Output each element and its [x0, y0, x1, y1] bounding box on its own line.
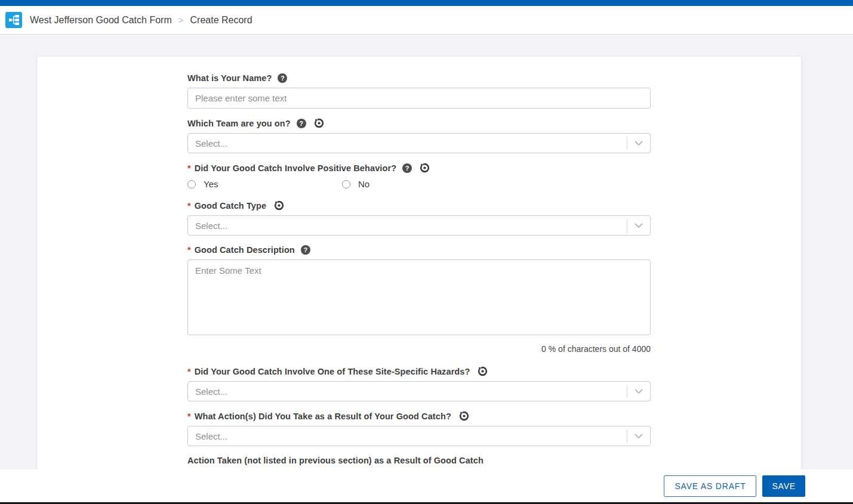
- chevron-down-icon: [627, 141, 650, 146]
- select-placeholder: Select...: [195, 386, 627, 397]
- field-hazards: * Did Your Good Catch Involve One of The…: [187, 366, 651, 401]
- description-textarea[interactable]: [187, 259, 651, 335]
- field-team-label-row: Which Team are you on? ?: [187, 118, 651, 128]
- reset-icon[interactable]: [478, 366, 488, 376]
- header: West Jefferson Good Catch Form > Create …: [0, 6, 853, 35]
- field-label: What Action(s) Did You Take as a Result …: [195, 412, 451, 421]
- field-label: Did Your Good Catch Involve One of These…: [195, 367, 470, 376]
- field-label: Did Your Good Catch Involve Positive Beh…: [195, 163, 396, 173]
- field-label: What is Your Name?: [187, 73, 272, 83]
- required-asterisk: *: [187, 201, 191, 211]
- breadcrumb: West Jefferson Good Catch Form > Create …: [30, 15, 252, 26]
- chevron-down-icon: [627, 434, 650, 439]
- required-asterisk: *: [187, 367, 191, 376]
- field-positive-behavior: * Did Your Good Catch Involve Positive B…: [187, 163, 651, 189]
- good-catch-type-select[interactable]: Select...: [187, 215, 651, 236]
- help-icon[interactable]: ?: [402, 163, 412, 173]
- field-positive-behavior-label-row: * Did Your Good Catch Involve Positive B…: [187, 163, 651, 173]
- form-card: What is Your Name? ? Which Team are you …: [37, 57, 801, 504]
- radio-yes[interactable]: [187, 180, 196, 188]
- breadcrumb-app[interactable]: West Jefferson Good Catch Form: [30, 15, 172, 26]
- footer-action-bar: SAVE AS DRAFT SAVE: [0, 469, 853, 502]
- hazards-select[interactable]: Select...: [187, 381, 651, 401]
- field-label: Good Catch Type: [195, 201, 266, 211]
- top-accent-bar: [0, 0, 853, 6]
- required-asterisk: *: [187, 245, 191, 255]
- character-counter: 0 % of characters out of 4000: [187, 344, 651, 354]
- field-label: Which Team are you on?: [187, 119, 291, 128]
- help-icon[interactable]: ?: [301, 245, 310, 255]
- form-column: What is Your Name? ? Which Team are you …: [187, 73, 651, 500]
- chevron-down-icon: [627, 223, 650, 228]
- field-description-label-row: * Good Catch Description ?: [187, 245, 651, 255]
- field-good-catch-type: * Good Catch Type Select...: [187, 200, 651, 236]
- required-asterisk: *: [187, 163, 191, 173]
- chevron-down-icon: [627, 389, 650, 394]
- reset-icon[interactable]: [459, 411, 469, 421]
- name-input[interactable]: [187, 88, 651, 109]
- help-icon[interactable]: ?: [278, 73, 287, 83]
- positive-behavior-radio-group: Yes No: [187, 179, 651, 189]
- radio-option-no[interactable]: No: [342, 179, 369, 189]
- field-label: Action Taken (not listed in previous sec…: [187, 456, 484, 465]
- reset-icon[interactable]: [420, 163, 430, 173]
- radio-yes-label[interactable]: Yes: [204, 179, 218, 189]
- field-actions: * What Action(s) Did You Take as a Resul…: [187, 411, 651, 446]
- reset-icon[interactable]: [314, 118, 324, 128]
- form-app-icon[interactable]: [5, 12, 22, 28]
- select-placeholder: Select...: [195, 221, 627, 231]
- breadcrumb-page: Create Record: [190, 15, 252, 26]
- radio-no[interactable]: [342, 180, 350, 188]
- field-actions-label-row: * What Action(s) Did You Take as a Resul…: [187, 411, 651, 421]
- select-placeholder: Select...: [195, 138, 627, 149]
- required-asterisk: *: [187, 412, 191, 421]
- field-action-taken-label-row: Action Taken (not listed in previous sec…: [187, 456, 651, 465]
- field-name-label-row: What is Your Name? ?: [187, 73, 651, 83]
- breadcrumb-separator: >: [178, 15, 184, 25]
- radio-no-label[interactable]: No: [358, 179, 369, 189]
- actions-select[interactable]: Select...: [187, 426, 651, 446]
- select-placeholder: Select...: [195, 431, 627, 441]
- field-hazards-label-row: * Did Your Good Catch Involve One of The…: [187, 366, 651, 376]
- save-button[interactable]: SAVE: [762, 475, 805, 497]
- field-team: Which Team are you on? ? Select...: [187, 118, 651, 153]
- field-label: Good Catch Description: [195, 245, 295, 255]
- help-icon[interactable]: ?: [297, 119, 306, 128]
- save-as-draft-button[interactable]: SAVE AS DRAFT: [664, 475, 756, 497]
- hierarchy-icon: [8, 14, 20, 26]
- team-select[interactable]: Select...: [187, 133, 651, 153]
- field-description: * Good Catch Description ? 0 % of charac…: [187, 245, 651, 354]
- field-name: What is Your Name? ?: [187, 73, 651, 109]
- reset-icon[interactable]: [274, 200, 284, 211]
- field-good-catch-type-label-row: * Good Catch Type: [187, 200, 651, 211]
- radio-option-yes[interactable]: Yes: [187, 179, 342, 189]
